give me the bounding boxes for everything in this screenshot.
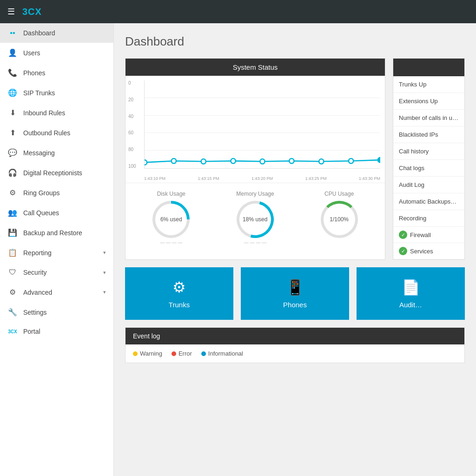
event-log-header: Event log — [126, 328, 464, 344]
chart-x-label: 1:43:15 PM — [198, 176, 219, 181]
chart-y-label: 100 — [128, 164, 136, 169]
sidebar-item-backup-restore[interactable]: 💾 Backup and Restore — [0, 223, 113, 243]
legend-dot-informational — [201, 351, 206, 356]
chevron-reporting-icon: ▾ — [103, 250, 106, 256]
sidebar-item-outbound-rules[interactable]: ⬆ Outbound Rules — [0, 123, 113, 143]
call-queues-icon: 👥 — [7, 208, 18, 217]
right-panel-item-chat-logs[interactable]: Chat logs — [393, 160, 464, 177]
gauge-label-disk: Disk Usage — [129, 191, 213, 197]
sidebar-label-messaging: Messaging — [23, 149, 106, 157]
dashboard-top-row: System Status 100806040200 — [125, 58, 465, 260]
sidebar-item-advanced[interactable]: ⚙ Advanced ▾ — [0, 282, 113, 302]
sidebar-item-digital-receptionists[interactable]: 🎧 Digital Receptionists — [0, 163, 113, 183]
sidebar-item-call-queues[interactable]: 👥 Call Queues — [0, 203, 113, 223]
sidebar-item-users[interactable]: 👤 Users — [0, 43, 113, 63]
menu-icon[interactable]: ☰ — [7, 7, 15, 17]
topbar: ☰ 3CX — [0, 0, 476, 23]
quick-card-icon-phones: 📱 — [286, 278, 304, 296]
chart-x-label: 1:43:20 PM — [251, 176, 273, 181]
gauge-circle-disk: 6% used — [145, 193, 198, 245]
gauge-sub-disk: — — — — — [129, 240, 213, 245]
right-panel-item-services[interactable]: ✓ Services — [393, 243, 464, 259]
sidebar-item-messaging[interactable]: 💬 Messaging — [0, 143, 113, 163]
event-log-card: Event log Warning Error Informational — [125, 327, 465, 363]
settings-icon: 🔧 — [7, 308, 18, 317]
right-panel-item-blacklisted-ips[interactable]: Blacklisted IPs — [393, 126, 464, 143]
legend-informational: Informational — [201, 350, 243, 357]
sidebar-item-settings[interactable]: 🔧 Settings — [0, 302, 113, 322]
right-panel-item-label-firewall: Firewall — [410, 231, 431, 238]
legend-label-error: Error — [178, 350, 192, 357]
backup-restore-icon: 💾 — [7, 228, 18, 237]
right-panel-header — [393, 59, 464, 76]
quick-cards-row: ⚙ Trunks 📱 Phones 📄 Audit… — [125, 267, 465, 320]
sidebar-item-phones[interactable]: 📞 Phones — [0, 63, 113, 83]
sidebar-label-advanced: Advanced — [23, 289, 103, 296]
quick-card-label-trunks: Trunks — [169, 301, 190, 309]
sidebar-label-call-queues: Call Queues — [23, 209, 106, 217]
sidebar-item-sip-trunks[interactable]: 🌐 SIP Trunks — [0, 83, 113, 103]
layout: ▪▪ Dashboard 👤 Users 📞 Phones 🌐 SIP Trun… — [0, 23, 476, 476]
svg-point-3 — [231, 159, 236, 164]
gauge-value-disk: 6% used — [160, 216, 182, 223]
sidebar-label-outbound-rules: Outbound Rules — [23, 129, 106, 137]
sidebar-item-portal[interactable]: 3CX Portal — [0, 322, 113, 341]
sidebar-label-inbound-rules: Inbound Rules — [23, 109, 106, 117]
gauge-cpu: CPU Usage 1/100% — [297, 191, 381, 245]
quick-card-phones[interactable]: 📱 Phones — [241, 267, 349, 320]
chevron-security-icon: ▾ — [103, 270, 106, 276]
right-panel-item-audit-log[interactable]: Audit Log — [393, 177, 464, 193]
sidebar-item-inbound-rules[interactable]: ⬇ Inbound Rules — [0, 103, 113, 123]
gauge-circle-cpu: 1/100% — [321, 201, 358, 238]
quick-card-trunks[interactable]: ⚙ Trunks — [125, 267, 233, 320]
sidebar-label-users: Users — [23, 49, 106, 57]
right-panel-item-extensions-up[interactable]: Extensions Up — [393, 93, 464, 110]
right-panel-item-firewall[interactable]: ✓ Firewall — [393, 227, 464, 243]
sidebar-label-backup-restore: Backup and Restore — [23, 229, 106, 237]
legend-warning: Warning — [133, 350, 162, 357]
right-panel: Trunks UpExtensions UpNumber of calls in… — [393, 58, 465, 260]
right-panel-item-auto-backups[interactable]: Automatic Backups… — [393, 193, 464, 210]
chart-svg — [145, 80, 380, 168]
chart-y-label: 40 — [128, 114, 136, 119]
sidebar-label-ring-groups: Ring Groups — [23, 189, 106, 197]
sidebar-item-ring-groups[interactable]: ⚙ Ring Groups — [0, 183, 113, 203]
sidebar-label-reporting: Reporting — [23, 249, 103, 257]
gauges-row: Disk Usage 6% used — — — — Memory Usage … — [126, 183, 385, 254]
svg-point-0 — [145, 160, 147, 165]
system-status-card: System Status 100806040200 — [125, 58, 385, 260]
reporting-icon: 📋 — [7, 248, 18, 257]
portal-icon: 3CX — [7, 329, 18, 334]
gauge-label-cpu: CPU Usage — [297, 191, 381, 197]
chart-y-label: 80 — [128, 147, 136, 152]
chart-y-label: 0 — [128, 80, 136, 86]
quick-card-audit[interactable]: 📄 Audit… — [357, 267, 465, 320]
sidebar-item-dashboard[interactable]: ▪▪ Dashboard — [0, 23, 113, 43]
messaging-icon: 💬 — [7, 148, 18, 157]
right-panel-item-trunks-up[interactable]: Trunks Up — [393, 76, 464, 93]
svg-point-7 — [349, 159, 353, 164]
right-panel-item-recording[interactable]: Recording — [393, 210, 464, 227]
right-panel-item-call-history[interactable]: Call history — [393, 143, 464, 160]
chart-y-labels: 100806040200 — [128, 80, 136, 169]
phones-icon: 📞 — [7, 68, 18, 77]
right-panel-item-label-services: Services — [410, 248, 433, 255]
sidebar-label-digital-receptionists: Digital Receptionists — [23, 169, 106, 177]
legend-label-informational: Informational — [208, 350, 243, 357]
sidebar-item-security[interactable]: 🛡 Security ▾ — [0, 263, 113, 282]
svg-point-6 — [319, 159, 324, 164]
sidebar: ▪▪ Dashboard 👤 Users 📞 Phones 🌐 SIP Trun… — [0, 23, 114, 476]
gauge-circle-memory: 18% used — [230, 194, 280, 245]
quick-card-label-audit: Audit… — [399, 301, 422, 309]
gauge-memory: Memory Usage 18% used — — — — — [213, 191, 298, 245]
right-panel-item-number-of-calls[interactable]: Number of calls in u… — [393, 110, 464, 126]
chart-area: 100806040200 — [126, 76, 385, 183]
svg-point-2 — [201, 159, 206, 164]
advanced-icon: ⚙ — [7, 288, 18, 297]
legend-dot-warning — [133, 351, 138, 356]
svg-point-8 — [378, 158, 380, 163]
legend-label-warning: Warning — [140, 350, 162, 357]
sidebar-item-reporting[interactable]: 📋 Reporting ▾ — [0, 243, 113, 263]
chart-x-label: 1:43:30 PM — [359, 176, 380, 181]
quick-card-label-phones: Phones — [283, 301, 307, 309]
